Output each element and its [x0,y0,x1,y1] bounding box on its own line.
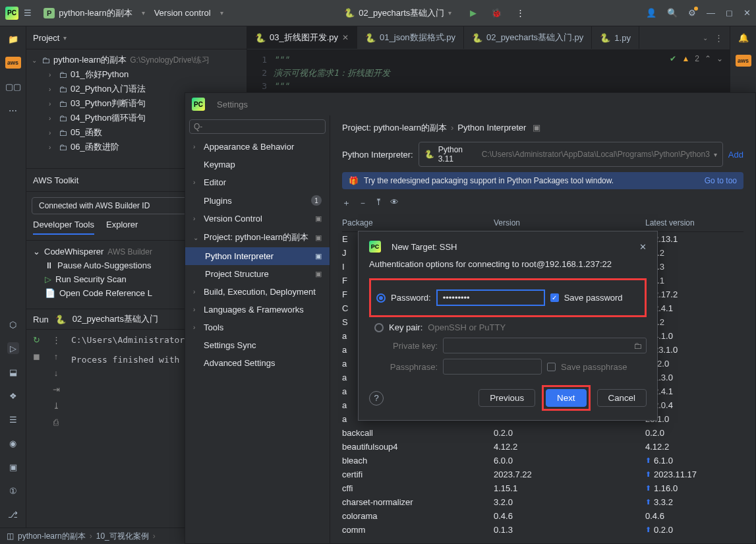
more-tool-icon[interactable]: ⋯ [7,104,19,116]
nav-vcs[interactable]: ›Version Control▣ [185,210,330,227]
settings-icon[interactable]: ⚙ [688,8,696,18]
package-row[interactable]: backcall0.2.00.2.0 [342,426,743,440]
editor-tab[interactable]: 🐍01_json数据格式.py [357,26,464,49]
folder-icon[interactable]: 🗀 [633,341,642,351]
hamburger-icon[interactable]: ☰ [24,8,37,18]
aws-tool-icon[interactable]: aws [5,57,21,69]
nav-project[interactable]: ⌄Project: python-learn的副本▣ [185,227,330,247]
aws-tab-devtools[interactable]: Developer Tools [33,220,94,235]
chevron-down-icon[interactable]: ▾ [714,151,717,158]
project-name[interactable]: python-learn的副本 [59,7,132,19]
remove-package-icon[interactable]: － [359,197,367,209]
debug-tool-icon[interactable]: ⬓ [7,366,19,378]
package-row[interactable]: cffi1.15.1⬆1.16.0 [342,481,743,495]
chevron-down-icon[interactable]: ▾ [63,34,67,42]
rerun-icon[interactable]: ↻ [33,335,40,345]
package-row[interactable]: beautifulsoup44.12.24.12.2 [342,440,743,454]
problems-icon[interactable]: ① [7,485,19,497]
wrap-icon[interactable]: ⇥ [53,384,60,394]
checkmark-icon[interactable]: ✔ [670,54,676,63]
todo-icon[interactable]: ☰ [7,413,19,425]
expand-icon[interactable]: › [49,100,55,107]
package-row[interactable]: comm0.1.3⬆0.2.0 [342,523,743,537]
editor-tab[interactable]: 🐍03_折线图开发.py✕ [247,26,357,49]
up-icon[interactable]: ⌃ [705,54,711,63]
upgrade-package-icon[interactable]: ⤒ [375,197,382,209]
nav-keymap[interactable]: Keymap [185,156,330,173]
package-row[interactable]: certifi2023.7.22⬆2023.11.17 [342,468,743,481]
print-icon[interactable]: ⎙ [53,417,59,427]
package-row[interactable]: charset-normalizer3.2.0⬆3.3.2 [342,495,743,509]
breadcrumb-icon[interactable]: ◫ [7,531,14,541]
run-icon[interactable]: ▶ [470,8,477,18]
show-early-icon[interactable]: 👁 [390,197,399,209]
terminal-icon[interactable]: ▣ [7,461,19,473]
python-packages-icon[interactable]: ◉ [7,437,19,449]
col-version[interactable]: Version [494,218,645,227]
breadcrumb-2[interactable]: 10_可视化案例 [96,531,149,542]
more-icon[interactable]: ⋮ [714,33,723,43]
package-row[interactable]: colorama0.4.60.4.6 [342,509,743,523]
chevron-down-icon[interactable]: ⌄ [703,34,708,42]
save-password-checkbox[interactable]: ✓ [550,293,559,302]
more-icon[interactable]: ⋮ [52,335,61,345]
up-icon[interactable]: ↑ [54,351,59,361]
minimize-icon[interactable]: — [707,8,715,18]
password-radio[interactable] [376,293,386,303]
expand-icon[interactable]: › [49,115,55,122]
tree-item[interactable]: ›🗀01_你好Python [26,67,247,82]
nav-python-interpreter[interactable]: Python Interpreter▣ [185,247,330,265]
col-package[interactable]: Package [342,218,494,227]
search-icon[interactable]: 🔍 [667,8,678,18]
nav-plugins[interactable]: Plugins1 [185,191,330,210]
editor-tab[interactable]: 🐍1.py [592,26,639,49]
nav-project-structure[interactable]: Project Structure▣ [185,265,330,283]
col-latest[interactable]: Latest version [645,218,743,227]
nav-build[interactable]: ›Build, Execution, Deployment [185,283,330,301]
more-icon[interactable]: ⋮ [516,8,525,18]
add-package-icon[interactable]: ＋ [342,197,351,209]
expand-icon[interactable]: › [49,86,55,93]
notifications-icon[interactable]: 🔔 [738,33,749,43]
maximize-icon[interactable]: ◻ [726,8,733,18]
help-icon[interactable]: ? [369,391,384,406]
down-icon[interactable]: ↓ [54,368,59,378]
cancel-button[interactable]: Cancel [597,389,647,407]
save-passphrase-checkbox[interactable] [547,363,556,371]
structure-tool-icon[interactable]: ▢▢ [7,80,19,92]
expand-icon[interactable]: › [49,71,55,78]
console-output[interactable]: C:\Users\Administrator\A Process finishe… [66,330,200,433]
chevron-down-icon[interactable]: ▾ [142,9,145,16]
vcs-tool-icon[interactable]: ⎇ [7,508,19,520]
down-icon[interactable]: ⌄ [716,54,723,63]
expand-icon[interactable]: › [49,144,55,151]
run-tool-icon[interactable]: ▷ [7,342,19,354]
banner-link[interactable]: Go to too [705,176,737,185]
expand-icon[interactable]: ⌄ [33,247,40,257]
chevron-down-icon[interactable]: ▾ [448,9,451,16]
close-icon[interactable]: ✕ [743,8,751,18]
settings-search[interactable]: Q- [189,119,326,134]
next-button[interactable]: Next [546,389,586,407]
package-row[interactable]: bleach6.0.0⬆6.1.0 [342,454,743,468]
nav-advanced[interactable]: Advanced Settings [185,354,330,372]
aws-tab-explorer[interactable]: Explorer [106,220,138,235]
python-console-icon[interactable]: ⬡ [7,318,19,330]
vcs-menu[interactable]: Version control [154,8,211,18]
editor-tab[interactable]: 🐍02_pyecharts基础入门.py [464,26,592,49]
passphrase-input[interactable] [443,359,542,375]
nav-tools[interactable]: ›Tools [185,318,330,336]
add-interpreter-link[interactable]: Add [728,150,743,160]
previous-button[interactable]: Previous [479,389,535,407]
aws-right-icon[interactable]: aws [736,55,751,67]
scroll-icon[interactable]: ⤓ [53,401,60,411]
keypair-radio[interactable] [374,323,384,332]
nav-lang[interactable]: ›Languages & Frameworks [185,301,330,318]
breadcrumb-1[interactable]: python-learn的副本 [18,531,86,542]
expand-icon[interactable]: › [49,129,55,136]
stop-icon[interactable]: ◼ [33,351,40,361]
account-icon[interactable]: 👤 [646,8,656,18]
services-icon[interactable]: ❖ [7,390,19,402]
current-run-config[interactable]: 02_pyecharts基础入门 [359,7,444,19]
password-input[interactable] [436,289,545,306]
